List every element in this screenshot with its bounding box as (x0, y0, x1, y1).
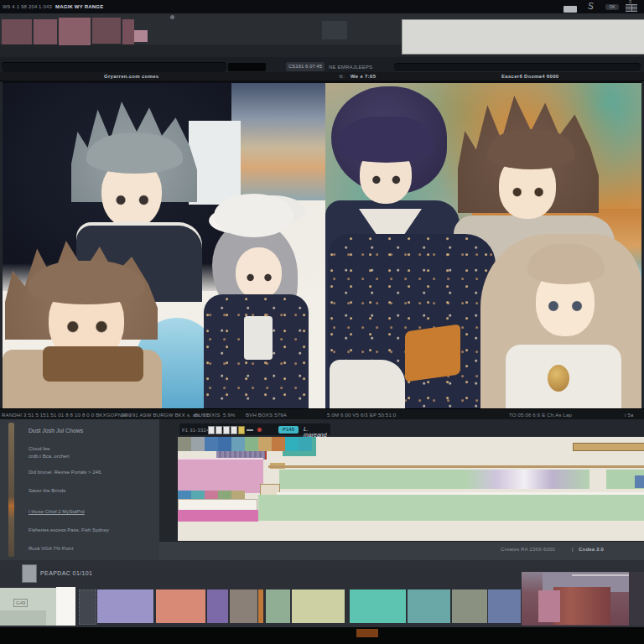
scrub-bar-left[interactable] (2, 62, 226, 72)
swatch[interactable] (258, 589, 263, 623)
media-thumb-3[interactable] (59, 18, 91, 45)
filmstrip-row[interactable] (178, 437, 312, 451)
scrub-bar-gap (228, 63, 266, 71)
tab-scene[interactable]: We e 7:05 (351, 72, 376, 80)
clip-green-c[interactable] (258, 495, 644, 521)
timeline-badge[interactable]: P145 (278, 426, 299, 434)
swatch[interactable] (452, 589, 487, 623)
record-dot-icon[interactable] (257, 428, 262, 432)
media-panel-light[interactable] (402, 19, 644, 55)
tab-preview[interactable]: Gryarren.com comes (104, 72, 158, 80)
mini-frame[interactable] (218, 491, 231, 499)
bg-sunset-panel (231, 83, 325, 200)
media-thumb-5[interactable] (122, 19, 134, 44)
transport-label: NE EMRAJLEEPS (329, 65, 372, 70)
property-row-6[interactable]: I those Chief 2 MyStaPrd (29, 509, 85, 514)
photo-thumbnail[interactable] (522, 572, 644, 626)
clip-magenta[interactable] (178, 510, 258, 522)
property-row-8[interactable]: Rock VGA 7% Point (29, 546, 73, 551)
timeline-section: Dust Josh Jul Chows Cloud fee crdb.t Bca… (0, 419, 644, 560)
curve-icon[interactable]: S (588, 2, 594, 11)
film-frame[interactable] (299, 437, 312, 451)
film-frame[interactable] (191, 437, 205, 451)
swatch-white[interactable] (56, 587, 75, 626)
menu-item-2[interactable]: 1.043 (39, 4, 52, 9)
info-text-right: Codea 2.0 (579, 547, 604, 552)
timeline-toolbar: F1 31-3324 P145 L. mareand (179, 423, 330, 435)
property-row-5[interactable]: Saver the Brinds (29, 488, 65, 493)
mini-frame[interactable] (178, 491, 191, 499)
status-seg-6: 5.0M 6:00 V5 6/3 EP 50:51:0 (327, 413, 396, 418)
grid-icon[interactable] (626, 4, 637, 12)
swatch[interactable] (79, 589, 96, 625)
clip-pink-1[interactable] (178, 458, 263, 493)
property-row-2[interactable]: Cloud fee (29, 446, 50, 451)
swatch[interactable] (408, 589, 450, 623)
photo-thumb-highlight (572, 574, 631, 576)
mini-frame[interactable] (205, 491, 218, 499)
page-icon-4[interactable] (231, 426, 237, 434)
status-seg-8: i 5a (625, 413, 633, 418)
media-thumb-1[interactable] (2, 19, 32, 44)
film-frame[interactable] (258, 437, 272, 451)
char4-shirt (244, 316, 273, 360)
clip-blue-chip[interactable] (635, 475, 644, 488)
clock-chip: CS161 6 07:45 AM (286, 62, 325, 71)
char4-flower-crown (214, 194, 293, 237)
media-thumb-4[interactable] (92, 18, 121, 44)
property-row-1[interactable]: Dust Josh Jul Chows (29, 428, 83, 434)
swatch[interactable] (292, 589, 345, 623)
vertical-scrollbar[interactable] (8, 423, 14, 557)
preview-canvas[interactable] (3, 80, 641, 411)
swatch[interactable] (156, 589, 205, 623)
project-panel: PEAPDAC 01/101 G49 (0, 560, 644, 627)
status-seg-1: RANDHI 3 51 5 151 51 01 8 8 10 8 0 0 BKX… (2, 413, 132, 418)
swatch[interactable] (488, 589, 521, 623)
clip-green-a[interactable] (279, 470, 589, 489)
page-icon-1[interactable] (208, 426, 215, 434)
film-frame[interactable] (245, 437, 258, 451)
film-frame[interactable] (205, 437, 218, 451)
property-row-4[interactable]: Did brunel. Revise Portals > 246. (29, 470, 102, 475)
top-menubar: W9 4 1 98 204 1.043 MAGIK WY RANGE S OK … (0, 0, 644, 14)
film-frame[interactable] (218, 437, 231, 451)
menu-item-3[interactable]: MAGIK WY RANGE (55, 4, 103, 9)
swatch[interactable] (266, 589, 290, 623)
info-separator: | (572, 547, 574, 552)
tab-render[interactable]: Eaxcer6 Dozma4 6000 (501, 72, 558, 80)
thumb-row-b[interactable] (178, 491, 245, 499)
dash-icon (247, 429, 253, 431)
film-frame[interactable] (272, 437, 285, 451)
swatch[interactable] (350, 589, 406, 623)
swatch[interactable] (97, 589, 153, 623)
film-frame[interactable] (231, 437, 245, 451)
project-thumb-icon[interactable] (22, 564, 37, 583)
mini-frame[interactable] (191, 491, 205, 499)
window-icon[interactable] (564, 6, 577, 13)
media-thumb-2[interactable] (34, 19, 57, 44)
knob-icon[interactable] (170, 15, 174, 19)
page-icon-2[interactable] (216, 426, 222, 434)
film-frame[interactable] (285, 437, 299, 451)
property-row-7[interactable]: Fisheries excess Pass. Fish Sydney (29, 527, 109, 532)
palette-left-block[interactable]: G49 (0, 588, 56, 626)
swatch[interactable] (230, 589, 257, 623)
media-thumb-6[interactable] (134, 30, 148, 42)
panel-divider[interactable] (159, 419, 178, 560)
info-strip: Creates RA 2366-6000 | Codea 2.0 (159, 541, 644, 561)
status-seg-7: TO:05:06 6:6 E Ch:As Lap (509, 413, 572, 418)
palette-left-label: G49 (13, 599, 28, 607)
swatch[interactable] (207, 589, 228, 623)
mini-frame[interactable] (231, 491, 245, 499)
menu-item-1[interactable]: W9 4 1 98 204 (3, 4, 38, 9)
scrub-bar-right[interactable] (394, 63, 641, 71)
char7-bangs (527, 244, 605, 284)
property-row-3[interactable]: crdb.t Bca. orcheri (29, 454, 70, 459)
clip-gold-bar[interactable] (573, 443, 644, 451)
film-frame[interactable] (178, 437, 191, 451)
marker-icon[interactable] (238, 426, 245, 434)
page-icon-3[interactable] (223, 426, 230, 434)
status-bar: RANDHI 3 51 5 151 51 01 8 8 10 8 0 0 BKX… (0, 408, 644, 420)
transport-bar: CS161 6 07:45 AM NE EMRAJLEEPS (0, 57, 644, 72)
ok-chip[interactable]: OK (605, 4, 619, 10)
